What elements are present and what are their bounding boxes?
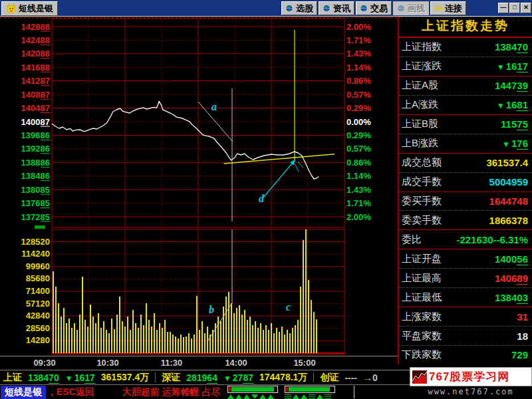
down-arrow-icon: ▼ [497,101,505,110]
svg-text:137285: 137285 [21,212,50,222]
row-label: 平盘家数 [402,330,442,342]
svg-text:141287: 141287 [21,76,50,86]
row-value: ▼176 [502,138,528,149]
row-label: 上证涨跌 [402,60,442,72]
row-label: 下跌家数 [402,348,442,361]
globe-icon [360,4,368,13]
site-logo: 767股票学习网 www.net767.com [410,367,532,399]
row-value: 5004959 [489,176,528,188]
globe-icon [323,4,331,13]
status-item-5: 深证 [162,372,180,384]
summary-row-17: 下跌家数729 [399,346,532,364]
toolbar-button-5[interactable]: 连接 [430,1,466,15]
svg-text:d: d [259,193,265,204]
app-cat-icon [6,3,17,14]
row-value: 138403 [495,292,528,303]
svg-text:1.71%: 1.71% [346,35,371,45]
svg-text:11:30: 11:30 [161,358,183,368]
toolbar-button-4: 画线 [393,1,429,15]
row-label: 成交手数 [402,176,442,188]
svg-text:c: c [286,301,291,313]
row-value: 31 [517,311,528,323]
row-value: 1866378 [489,215,528,226]
row-value: ▼1681 [497,99,528,110]
meter-red-tick [229,387,231,392]
signal-up-icon [235,394,242,399]
meter-red-tick [286,387,288,392]
toolbar-button-3[interactable]: 交易 [356,1,392,15]
svg-text:140087: 140087 [21,117,50,127]
signal-block-2 [285,386,335,399]
row-label: 上B涨跌 [402,137,438,150]
logo-chart-icon [412,370,427,384]
svg-text:0.29%: 0.29% [346,130,371,140]
summary-row-1: 上证指数138470 [399,38,532,57]
app-window: 短线是银 选股资讯交易画线连接 — □ ✕ 142888142488142088… [0,0,532,399]
toolbar-button-2[interactable]: 资讯 [319,1,354,15]
svg-text:142088: 142088 [21,49,50,59]
svg-text:137685: 137685 [21,198,50,208]
svg-text:1.43%: 1.43% [346,49,371,59]
minimize-button[interactable]: — [498,3,509,13]
signal-meter [227,386,278,393]
site-logo-banner[interactable]: 767股票学习网 [410,367,532,386]
svg-text:1.71%: 1.71% [346,198,371,208]
summary-row-12: 上证开盘140056 [399,249,532,269]
svg-text:0.86%: 0.86% [346,158,371,168]
app-title-tab: 短线是银 [1,1,58,16]
signal-flat-icon [309,394,315,399]
svg-text:1.14%: 1.14% [346,171,371,181]
row-label: 上证B股 [402,118,438,130]
svg-text:142888: 142888 [21,22,50,32]
key-icon [434,4,443,13]
row-label: 上涨家数 [402,311,442,323]
svg-text:a: a [211,101,217,112]
index-intraday-chart: 1428881424881420881416881412871408871404… [0,17,398,370]
signal-up-icon [243,394,250,399]
row-label: 委卖手数 [402,214,442,227]
summary-row-10: 委卖手数1866378 [399,211,532,230]
svg-text:0.86%: 0.86% [346,76,371,86]
svg-text:14:00: 14:00 [225,358,247,368]
row-value: 1644748 [489,196,528,207]
svg-text:0.57%: 0.57% [346,144,371,154]
meter-green-fill [231,387,274,392]
row-value: 144739 [495,80,528,91]
summary-row-13: 上证最高140689 [399,269,532,288]
globe-icon [397,4,406,13]
toolbar-button-label: 画线 [408,3,425,15]
slogan-text: 大胆超前 运筹帷幄 占尽 [122,386,221,398]
signal-triangles [285,394,335,399]
maximize-button[interactable]: □ [509,3,520,13]
app-name-tab[interactable]: 短线是银 [1,386,46,399]
title-bar: 短线是银 选股资讯交易画线连接 — □ ✕ [0,0,532,17]
signal-flat-icon [285,394,291,399]
svg-text:138486: 138486 [21,171,50,181]
status-item-9: 创证 [320,372,338,384]
row-label: 委买手数 [402,195,442,207]
row-value: 140689 [495,273,528,284]
status-section-divider [155,372,156,382]
close-button[interactable]: ✕ [521,3,531,13]
svg-text:57120: 57120 [26,299,50,309]
svg-text:139686: 139686 [21,130,50,140]
status-item-3: ▼1617 [65,372,95,383]
svg-text:71400: 71400 [26,286,50,296]
svg-text:14280: 14280 [26,335,50,345]
svg-text:42840: 42840 [26,311,50,321]
row-label: 上证最低 [402,291,442,304]
status-divider [354,386,354,398]
status-item-1: 上证 [3,372,22,384]
chart-region: 1428881424881420881416881412871408871404… [0,17,398,370]
status-item-6: 281964 [186,372,217,383]
window-controls: — □ ✕ [498,3,531,13]
toolbar-button-1[interactable]: 选股 [281,1,317,15]
esc-hint-text: ，ESC返回 [47,386,94,398]
svg-text:b: b [209,304,214,315]
svg-text:1.43%: 1.43% [346,185,371,195]
svg-text:0.57%: 0.57% [346,90,371,100]
svg-text:142488: 142488 [21,35,50,45]
summary-row-7: 成交总额361537.4 [399,154,532,173]
toolbar-button-label: 资讯 [333,3,350,15]
status-item-8: 174478.1万 [259,372,307,384]
